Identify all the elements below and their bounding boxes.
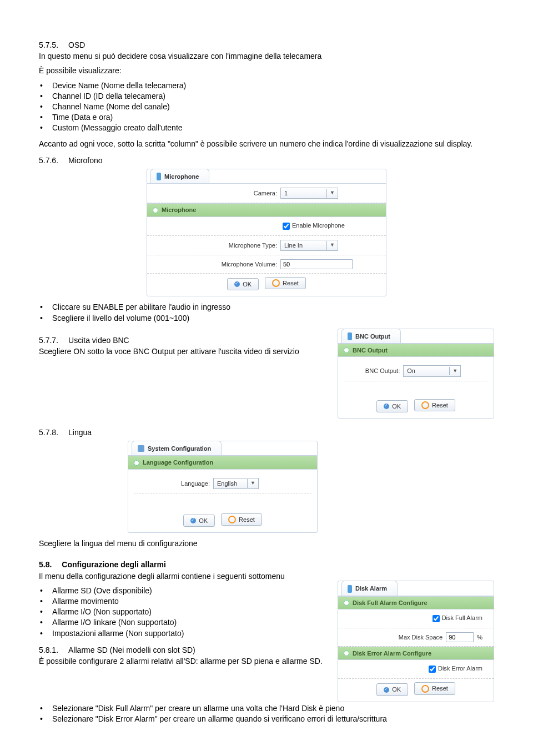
section-title: Lingua xyxy=(68,427,92,437)
list-item: Impostazioni allarme (Non supportato) xyxy=(52,628,326,638)
tab-label: System Configuration xyxy=(148,445,211,452)
paragraph: È possibile configurare 2 allarmi relati… xyxy=(39,656,326,666)
reset-button[interactable]: Reset xyxy=(414,399,455,411)
check-icon xyxy=(384,687,389,693)
section-title: Uscita video BNC xyxy=(68,335,129,345)
list-item: Channel ID (ID della telecamera) xyxy=(52,91,494,101)
section-title: Configurazione degli allarmi xyxy=(62,560,165,569)
paragraph: Accanto ad ogni voce, sotto la scritta "… xyxy=(39,139,494,149)
reset-button[interactable]: Reset xyxy=(221,513,262,526)
panel-tab[interactable]: Microphone xyxy=(150,169,209,183)
section-number: 5.8.1. xyxy=(39,645,58,655)
disk-alarm-panel: Disk Alarm Disk Full Alarm Configure Dis… xyxy=(338,581,494,702)
list-item: Allarme I/O (Non supportato) xyxy=(52,607,326,617)
bnc-output-select[interactable]: On▼ xyxy=(403,365,461,376)
chevron-down-icon: ▼ xyxy=(326,241,338,250)
bullet-list: Allarme SD (Ove disponibile) Allarme mov… xyxy=(39,586,326,638)
panel-tab[interactable]: System Configuration xyxy=(132,441,222,455)
section-number: 5.7.5. xyxy=(39,40,58,50)
sub-header: Microphone xyxy=(147,203,386,216)
tab-label: Microphone xyxy=(164,173,199,180)
bullet-list: Selezionare "Disk Full Alarm" per creare… xyxy=(39,703,494,724)
language-label: Language: xyxy=(181,480,210,487)
tab-label: Disk Alarm xyxy=(355,584,387,592)
microphone-icon xyxy=(157,173,161,180)
mic-volume-label: Microphone Volume: xyxy=(222,260,277,268)
check-icon xyxy=(384,404,389,409)
list-item: Custom (Messaggio creato dall'utente xyxy=(52,123,494,133)
disk-icon xyxy=(348,585,352,593)
panel-tab[interactable]: BNC Output xyxy=(341,329,401,343)
list-item: Device Name (Nome della telecamera) xyxy=(52,80,494,90)
camera-label: Camera: xyxy=(254,189,277,197)
reset-icon xyxy=(228,516,236,523)
section-number: 5.7.7. xyxy=(39,335,58,345)
reset-icon xyxy=(421,685,429,693)
list-item: Allarme SD (Ove disponibile) xyxy=(52,586,326,596)
chevron-down-icon: ▼ xyxy=(326,189,338,198)
list-item: Selezionare "Disk Error Alarm" per crear… xyxy=(52,714,494,724)
microphone-panel: Microphone Camera: 1▼ Microphone Enable … xyxy=(147,169,386,296)
paragraph: È possibile visualizzare: xyxy=(39,65,494,75)
list-item: Cliccare su ENABLE per abilitare l'audio… xyxy=(52,302,494,312)
language-select[interactable]: English▼ xyxy=(213,478,259,489)
max-disk-space-label: Max Disk Space xyxy=(399,633,443,641)
system-config-panel: System Configuration Language Configurat… xyxy=(128,441,318,533)
reset-button[interactable]: Reset xyxy=(265,277,306,289)
mic-type-label: Microphone Type: xyxy=(229,241,277,249)
list-item: Allarme I/O linkare (Non supportato) xyxy=(52,617,326,627)
ok-button[interactable]: OK xyxy=(183,515,215,527)
list-item: Allarme movimento xyxy=(52,596,326,606)
gear-icon xyxy=(138,445,144,452)
list-item: Channel Name (Nome del canale) xyxy=(52,102,494,112)
percent-unit: % xyxy=(477,633,482,641)
reset-button[interactable]: Reset xyxy=(414,682,455,694)
mic-type-select[interactable]: Line In▼ xyxy=(280,240,338,251)
ok-button[interactable]: OK xyxy=(376,683,408,695)
check-icon xyxy=(234,281,240,287)
disk-full-alarm-checkbox[interactable]: Disk Full Alarm xyxy=(430,613,482,624)
check-icon xyxy=(190,518,196,523)
sub-header: BNC Output xyxy=(338,344,494,357)
section-title: Microfono xyxy=(68,155,102,165)
sub-header: Disk Error Alarm Configure xyxy=(338,647,494,660)
disk-error-alarm-checkbox[interactable]: Disk Error Alarm xyxy=(426,664,482,674)
reset-icon xyxy=(272,279,280,287)
sub-header: Disk Full Alarm Configure xyxy=(338,596,494,609)
list-item: Scegliere il livello del volume (001~100… xyxy=(52,313,494,323)
bnc-output-label: BNC Output: xyxy=(365,367,400,375)
bullet-list: Device Name (Nome della telecamera) Chan… xyxy=(39,80,494,133)
camera-select[interactable]: 1▼ xyxy=(280,188,338,199)
list-item: Selezionare "Disk Full Alarm" per creare… xyxy=(52,703,494,713)
max-disk-space-input[interactable] xyxy=(446,632,474,642)
section-number: 5.8. xyxy=(39,560,52,569)
panel-tab[interactable]: Disk Alarm xyxy=(341,581,398,595)
paragraph: Scegliere ON sotto la voce BNC Output pe… xyxy=(39,346,326,356)
chevron-down-icon: ▼ xyxy=(247,479,258,488)
paragraph: In questo menu si può decidere cosa visu… xyxy=(39,51,494,61)
ok-button[interactable]: OK xyxy=(376,400,408,412)
bullet-list: Cliccare su ENABLE per abilitare l'audio… xyxy=(39,302,494,322)
paragraph: Scegliere la lingua del menu di configur… xyxy=(39,538,494,548)
enable-microphone-checkbox[interactable]: Enable Microphone xyxy=(280,222,345,229)
section-number: 5.7.6. xyxy=(39,155,58,165)
reset-icon xyxy=(421,401,429,409)
section-title: OSD xyxy=(68,40,85,50)
list-item: Time (Data e ora) xyxy=(52,112,494,122)
sub-header: Language Configuration xyxy=(128,456,317,469)
section-number: 5.7.8. xyxy=(39,427,58,437)
tab-label: BNC Output xyxy=(355,332,390,340)
section-title: Allarme SD (Nei modelli con slot SD) xyxy=(68,645,195,655)
mic-volume-input[interactable] xyxy=(280,259,353,269)
ok-button[interactable]: OK xyxy=(227,278,259,290)
chevron-down-icon: ▼ xyxy=(449,367,460,376)
paragraph: Il menu della configurazione degli allar… xyxy=(39,571,326,581)
bnc-icon xyxy=(348,332,352,340)
bnc-output-panel: BNC Output BNC Output BNC Output: On▼ OK… xyxy=(338,329,494,419)
